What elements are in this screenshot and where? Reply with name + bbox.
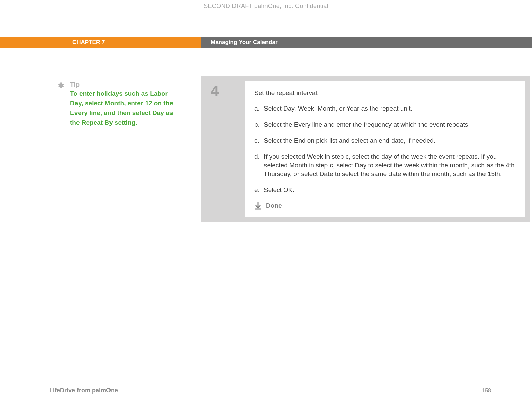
asterisk-icon: ✱ <box>58 81 64 90</box>
step-intro: Set the repeat interval: <box>254 89 516 97</box>
step-text: Select the Every line and enter the freq… <box>264 120 516 129</box>
step-box: 4 Set the repeat interval: a. Select Day… <box>201 76 530 222</box>
list-item: b. Select the Every line and enter the f… <box>254 120 516 129</box>
done-label: Done <box>266 202 282 209</box>
step-letter: c. <box>254 136 264 145</box>
step-letter: d. <box>254 152 264 178</box>
down-arrow-icon <box>254 202 262 210</box>
step-text: If you selected Week in step c, select t… <box>264 152 516 178</box>
step-number: 4 <box>201 81 245 217</box>
footer-page-number: 158 <box>482 388 491 394</box>
step-letter: a. <box>254 104 264 113</box>
step-list: a. Select Day, Week, Month, or Year as t… <box>254 104 516 194</box>
step-text: Select the End on pick list and select a… <box>264 136 516 145</box>
done-row: Done <box>254 202 516 210</box>
list-item: c. Select the End on pick list and selec… <box>254 136 516 145</box>
step-letter: e. <box>254 186 264 194</box>
footer-title: LifeDrive from palmOne <box>49 387 118 394</box>
step-text: Select OK. <box>264 186 516 194</box>
step-letter: b. <box>254 120 264 129</box>
list-item: e. Select OK. <box>254 186 516 194</box>
chapter-number: CHAPTER 7 <box>0 37 201 48</box>
chapter-title: Managing Your Calendar <box>201 37 532 48</box>
list-item: a. Select Day, Week, Month, or Year as t… <box>254 104 516 113</box>
watermark-text: SECOND DRAFT palmOne, Inc. Confidential <box>0 3 532 10</box>
list-item: d. If you selected Week in step c, selec… <box>254 152 516 178</box>
tip-label: Tip <box>70 81 176 88</box>
footer-divider <box>49 384 487 384</box>
step-text: Select Day, Week, Month, or Year as the … <box>264 104 516 113</box>
tip-block: ✱ Tip To enter holidays such as Labor Da… <box>58 81 176 127</box>
step-content: Set the repeat interval: a. Select Day, … <box>245 81 525 217</box>
tip-body: To enter holidays such as Labor Day, sel… <box>70 89 176 127</box>
chapter-bar: CHAPTER 7 Managing Your Calendar <box>0 37 532 48</box>
